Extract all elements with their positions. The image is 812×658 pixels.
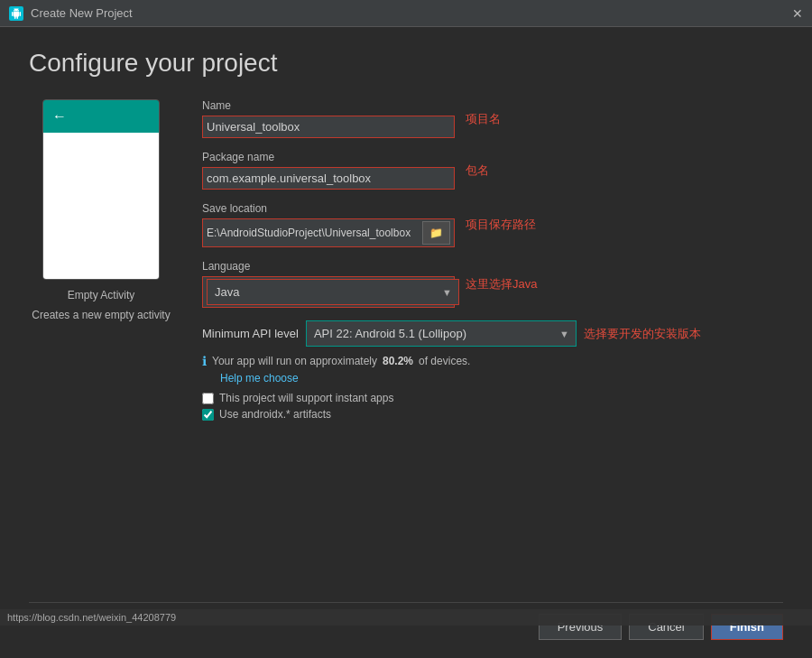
instant-apps-label: This project will support instant apps xyxy=(219,392,393,404)
title-bar-text: Create New Project xyxy=(31,6,133,20)
info-row: ℹ Your app will run on approximately 80.… xyxy=(202,354,783,368)
instant-apps-checkbox-row: This project will support instant apps xyxy=(202,392,783,404)
main-content: Configure your project ← Empty Activity … xyxy=(0,27,812,658)
package-input[interactable] xyxy=(207,170,450,187)
save-location-field-container: Save location 📁 xyxy=(202,202,455,247)
left-panel: ← Empty Activity Creates a new empty act… xyxy=(29,99,173,602)
api-annotation: 选择要开发的安装版本 xyxy=(584,326,701,342)
title-bar: Create New Project ✕ xyxy=(0,0,812,27)
androidx-checkbox[interactable] xyxy=(202,409,214,421)
help-link[interactable]: Help me choose xyxy=(220,372,783,385)
language-field-container: Language Java Kotlin xyxy=(202,260,455,308)
package-label: Package name xyxy=(202,151,455,163)
info-text-after: of devices. xyxy=(419,355,470,367)
package-field-group: Package name 包名 xyxy=(202,151,783,190)
save-location-input[interactable] xyxy=(207,225,422,241)
name-label: Name xyxy=(202,99,455,112)
api-select-wrapper: API 22: Android 5.1 (Lollipop) API 21: A… xyxy=(306,320,577,347)
language-select[interactable]: Java Kotlin xyxy=(207,279,459,305)
android-icon xyxy=(9,6,23,21)
api-level-row: Minimum API level API 22: Android 5.1 (L… xyxy=(202,320,783,347)
activity-label: Empty Activity xyxy=(68,289,135,301)
instant-apps-checkbox[interactable] xyxy=(202,393,214,404)
info-percent: 80.2% xyxy=(383,355,413,367)
save-location-label: Save location xyxy=(202,202,455,215)
save-location-annotation: 项目保存路径 xyxy=(466,217,536,233)
language-label: Language xyxy=(202,260,455,273)
save-location-field-box: 📁 xyxy=(202,218,455,247)
info-icon: ℹ xyxy=(202,354,207,368)
api-select[interactable]: API 22: Android 5.1 (Lollipop) API 21: A… xyxy=(306,320,577,347)
package-annotation: 包名 xyxy=(466,162,489,179)
name-annotation: 项目名 xyxy=(466,111,501,127)
right-panel: Name 项目名 Package name 包名 xyxy=(202,99,783,602)
package-field-container: Package name xyxy=(202,151,455,190)
name-input[interactable] xyxy=(207,118,450,135)
url-overlay: https://blog.csdn.net/weixin_44208779 xyxy=(0,609,812,626)
close-button[interactable]: ✕ xyxy=(792,6,803,21)
page-title: Configure your project xyxy=(29,49,783,78)
name-field-box xyxy=(202,116,455,138)
name-field-container: Name xyxy=(202,99,455,138)
back-arrow-icon: ← xyxy=(52,108,67,125)
save-location-field-group: Save location 📁 项目保存路径 xyxy=(202,202,783,247)
phone-body xyxy=(43,133,159,279)
language-annotation: 这里选择Java xyxy=(466,276,537,292)
language-field-group: Language Java Kotlin 这里选择Java xyxy=(202,260,783,308)
package-field-box xyxy=(202,167,455,190)
creates-label: Creates a new empty activity xyxy=(32,309,170,321)
phone-preview: ← xyxy=(42,99,160,280)
androidx-checkbox-row: Use androidx.* artifacts xyxy=(202,408,783,421)
api-label: Minimum API level xyxy=(202,327,299,340)
content-area: ← Empty Activity Creates a new empty act… xyxy=(29,99,783,602)
browse-folder-button[interactable]: 📁 xyxy=(422,221,450,245)
language-field-box: Java Kotlin xyxy=(202,276,455,308)
info-text-before: Your app will run on approximately xyxy=(212,355,377,367)
title-bar-left: Create New Project xyxy=(9,6,133,21)
name-field-group: Name 项目名 xyxy=(202,99,783,138)
phone-top-bar: ← xyxy=(43,100,159,133)
androidx-label: Use androidx.* artifacts xyxy=(219,408,331,421)
language-select-wrapper: Java Kotlin xyxy=(207,279,459,305)
